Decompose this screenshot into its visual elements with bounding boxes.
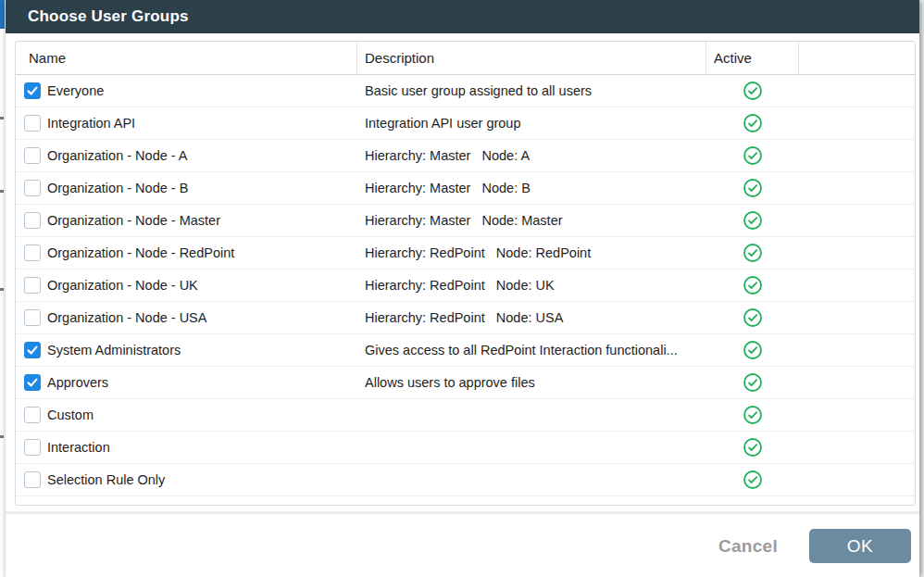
row-checkbox[interactable] — [24, 115, 41, 132]
checkmark-icon — [26, 376, 39, 389]
row-checkbox[interactable] — [24, 245, 41, 261]
row-checkbox[interactable] — [24, 342, 41, 358]
row-name-label: Custom — [47, 408, 94, 422]
table-row[interactable]: Organization - Node - B Hierarchy: Maste… — [16, 172, 915, 205]
row-description: Hierarchy: Master Node: B — [357, 172, 706, 204]
table-row[interactable]: Approvers Allows users to approve files — [16, 367, 915, 399]
table-row[interactable]: Organization - Node - RedPoint Hierarchy… — [16, 237, 915, 270]
choose-user-groups-dialog: Choose User Groups Name Description Acti… — [6, 0, 919, 577]
footer-divider — [6, 511, 919, 514]
row-name-label: Selection Rule Only — [47, 472, 165, 487]
row-spacer — [799, 464, 915, 495]
row-name-label: Organization - Node - RedPoint — [47, 245, 234, 260]
row-description: Hierarchy: RedPoint Node: UK — [357, 270, 706, 301]
row-spacer — [799, 302, 915, 333]
row-name-label: Organization - Node - UK — [47, 278, 198, 293]
row-checkbox[interactable] — [24, 82, 41, 99]
active-check-icon — [743, 372, 763, 393]
active-check-icon — [743, 340, 763, 360]
dialog-titlebar: Choose User Groups — [6, 0, 919, 33]
background-accent-block — [0, 0, 5, 29]
active-check-icon — [743, 145, 763, 166]
active-check-icon — [743, 405, 763, 425]
background-content-mark — [0, 435, 4, 438]
row-description — [357, 464, 706, 495]
row-spacer — [799, 367, 915, 398]
row-checkbox[interactable] — [24, 309, 41, 326]
row-description: Integration API user group — [357, 107, 706, 139]
column-header-active[interactable]: Active — [706, 42, 799, 74]
row-name-label: Interaction — [47, 440, 110, 455]
background-content-mark — [0, 117, 4, 119]
row-name-label: Everyone — [47, 83, 104, 98]
table-row[interactable]: Selection Rule Only — [16, 464, 915, 496]
row-checkbox[interactable] — [24, 277, 41, 294]
active-check-icon — [743, 437, 763, 458]
dialog-footer: Cancel OK — [6, 515, 919, 577]
row-description — [357, 399, 706, 431]
table-body: Everyone Basic user group assigned to al… — [16, 75, 915, 496]
user-groups-table: Name Description Active Everyone Basic u… — [15, 41, 916, 506]
row-description: Hierarchy: RedPoint Node: USA — [357, 302, 706, 333]
active-check-icon — [743, 275, 763, 295]
column-header-spacer — [799, 42, 915, 74]
row-checkbox[interactable] — [24, 374, 41, 391]
active-check-icon — [743, 307, 763, 328]
row-description — [357, 432, 706, 463]
row-spacer — [799, 399, 915, 431]
row-name-label: Organization - Node - B — [47, 181, 188, 195]
row-name-label: Organization - Node - A — [47, 148, 188, 163]
row-description: Basic user group assigned to all users — [357, 75, 706, 107]
row-checkbox[interactable] — [24, 180, 41, 196]
table-header-row: Name Description Active — [16, 42, 915, 75]
row-description: Hierarchy: RedPoint Node: RedPoint — [357, 237, 706, 269]
row-spacer — [799, 107, 915, 139]
row-description: Allows users to approve files — [357, 367, 706, 398]
ok-button[interactable]: OK — [809, 529, 911, 563]
row-name-label: Organization - Node - Master — [47, 213, 220, 228]
row-name-label: Approvers — [47, 375, 108, 390]
row-spacer — [799, 75, 915, 107]
background-content-mark — [0, 190, 4, 193]
row-checkbox[interactable] — [24, 147, 41, 164]
row-checkbox[interactable] — [24, 471, 41, 488]
row-spacer — [799, 205, 915, 236]
row-spacer — [799, 432, 915, 463]
row-name-label: Integration API — [47, 116, 135, 131]
background-content-mark — [0, 288, 4, 291]
row-description: Hierarchy: Master Node: Master — [357, 205, 706, 236]
table-row[interactable]: Interaction — [16, 432, 915, 464]
row-checkbox[interactable] — [24, 212, 41, 229]
active-check-icon — [743, 210, 763, 231]
row-spacer — [799, 270, 915, 301]
active-check-icon — [743, 178, 763, 198]
table-row[interactable]: System Administrators Gives access to al… — [16, 334, 915, 367]
active-check-icon — [743, 243, 763, 263]
screen: Choose User Groups Name Description Acti… — [0, 0, 924, 577]
cancel-button[interactable]: Cancel — [718, 536, 778, 557]
column-header-description[interactable]: Description — [357, 42, 706, 74]
table-row[interactable]: Organization - Node - Master Hierarchy: … — [16, 205, 915, 237]
table-row[interactable]: Integration API Integration API user gro… — [16, 107, 915, 140]
table-row[interactable]: Organization - Node - UK Hierarchy: RedP… — [16, 270, 915, 302]
row-spacer — [799, 140, 915, 171]
checkmark-icon — [26, 84, 39, 97]
row-spacer — [799, 172, 915, 204]
table-row[interactable]: Organization - Node - A Hierarchy: Maste… — [16, 140, 915, 172]
checkmark-icon — [26, 344, 39, 357]
dialog-title: Choose User Groups — [28, 7, 189, 26]
row-spacer — [799, 334, 915, 366]
row-description: Gives access to all RedPoint Interaction… — [357, 334, 706, 366]
row-name-label: System Administrators — [47, 343, 181, 357]
active-check-icon — [743, 470, 763, 490]
row-spacer — [799, 237, 915, 269]
table-row[interactable]: Everyone Basic user group assigned to al… — [16, 75, 915, 107]
row-name-label: Organization - Node - USA — [47, 310, 206, 325]
table-row[interactable]: Organization - Node - USA Hierarchy: Red… — [16, 302, 915, 334]
table-row[interactable]: Custom — [16, 399, 915, 432]
row-checkbox[interactable] — [24, 439, 41, 456]
column-header-name[interactable]: Name — [16, 42, 357, 74]
row-description: Hierarchy: Master Node: A — [357, 140, 706, 171]
row-checkbox[interactable] — [24, 407, 41, 423]
active-check-icon — [743, 113, 763, 133]
